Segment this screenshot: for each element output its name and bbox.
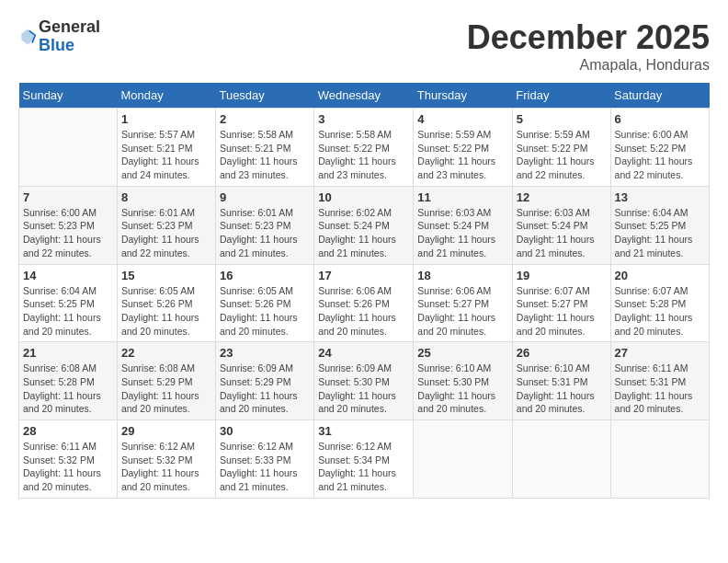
day-number: 9	[220, 190, 310, 204]
day-info: Sunrise: 6:11 AMSunset: 5:32 PMDaylight:…	[23, 440, 113, 494]
day-number: 15	[121, 269, 211, 282]
day-info: Sunrise: 6:04 AMSunset: 5:25 PMDaylight:…	[23, 284, 113, 339]
calendar-cell: 11Sunrise: 6:03 AMSunset: 5:24 PMDayligh…	[414, 186, 512, 264]
calendar-cell: 18Sunrise: 6:06 AMSunset: 5:27 PMDayligh…	[414, 264, 512, 342]
day-info: Sunrise: 5:59 AMSunset: 5:22 PMDaylight:…	[517, 128, 607, 182]
calendar-week-1: 7Sunrise: 6:00 AMSunset: 5:23 PMDaylight…	[19, 186, 710, 264]
calendar-header-row: SundayMondayTuesdayWednesdayThursdayFrid…	[19, 83, 710, 109]
day-header-tuesday: Tuesday	[215, 83, 313, 109]
calendar-cell: 5Sunrise: 5:59 AMSunset: 5:22 PMDaylight…	[512, 109, 610, 187]
day-header-friday: Friday	[512, 83, 610, 109]
day-info: Sunrise: 6:10 AMSunset: 5:30 PMDaylight:…	[417, 362, 507, 416]
day-number: 19	[517, 269, 607, 282]
calendar-cell: 31Sunrise: 6:12 AMSunset: 5:34 PMDayligh…	[314, 420, 414, 499]
day-number: 11	[417, 190, 507, 204]
day-number: 7	[23, 190, 113, 204]
calendar-cell: 20Sunrise: 6:07 AMSunset: 5:28 PMDayligh…	[610, 264, 709, 342]
day-info: Sunrise: 6:04 AMSunset: 5:25 PMDaylight:…	[615, 206, 705, 260]
day-number: 12	[517, 190, 607, 204]
day-info: Sunrise: 6:03 AMSunset: 5:24 PMDaylight:…	[517, 206, 607, 260]
day-number: 22	[121, 346, 211, 360]
day-number: 17	[318, 269, 409, 282]
calendar-cell: 30Sunrise: 6:12 AMSunset: 5:33 PMDayligh…	[215, 420, 313, 499]
day-info: Sunrise: 6:02 AMSunset: 5:24 PMDaylight:…	[318, 206, 409, 260]
day-number: 31	[318, 424, 409, 438]
day-number: 29	[121, 424, 211, 438]
calendar-cell: 14Sunrise: 6:04 AMSunset: 5:25 PMDayligh…	[19, 264, 118, 342]
day-number: 8	[121, 190, 211, 204]
day-info: Sunrise: 6:05 AMSunset: 5:26 PMDaylight:…	[220, 284, 310, 339]
day-info: Sunrise: 6:12 AMSunset: 5:32 PMDaylight:…	[121, 440, 211, 494]
day-number: 14	[23, 269, 113, 282]
logo-icon	[18, 28, 37, 46]
calendar-week-3: 21Sunrise: 6:08 AMSunset: 5:28 PMDayligh…	[19, 342, 710, 420]
calendar-cell: 21Sunrise: 6:08 AMSunset: 5:28 PMDayligh…	[19, 342, 118, 420]
day-info: Sunrise: 6:00 AMSunset: 5:23 PMDaylight:…	[23, 206, 113, 260]
day-number: 25	[417, 346, 507, 360]
title-block: December 2025 Amapala, Honduras	[467, 18, 710, 74]
day-number: 16	[220, 269, 310, 282]
location: Amapala, Honduras	[467, 57, 710, 74]
calendar-cell: 2Sunrise: 5:58 AMSunset: 5:21 PMDaylight…	[215, 109, 313, 187]
day-header-sunday: Sunday	[19, 83, 118, 109]
day-info: Sunrise: 6:07 AMSunset: 5:28 PMDaylight:…	[615, 284, 705, 339]
logo-general: General	[39, 18, 100, 37]
day-info: Sunrise: 6:05 AMSunset: 5:26 PMDaylight:…	[121, 284, 211, 339]
day-number: 21	[23, 346, 113, 360]
calendar-cell: 28Sunrise: 6:11 AMSunset: 5:32 PMDayligh…	[19, 420, 118, 499]
day-header-thursday: Thursday	[414, 83, 512, 109]
calendar-cell: 22Sunrise: 6:08 AMSunset: 5:29 PMDayligh…	[117, 342, 215, 420]
day-info: Sunrise: 6:10 AMSunset: 5:31 PMDaylight:…	[517, 362, 607, 416]
day-number: 6	[615, 112, 705, 126]
day-info: Sunrise: 6:06 AMSunset: 5:26 PMDaylight:…	[318, 284, 409, 339]
calendar-cell: 12Sunrise: 6:03 AMSunset: 5:24 PMDayligh…	[512, 186, 610, 264]
day-info: Sunrise: 6:08 AMSunset: 5:28 PMDaylight:…	[23, 362, 113, 416]
calendar-week-2: 14Sunrise: 6:04 AMSunset: 5:25 PMDayligh…	[19, 264, 710, 342]
day-number: 5	[517, 112, 607, 126]
calendar-cell: 15Sunrise: 6:05 AMSunset: 5:26 PMDayligh…	[117, 264, 215, 342]
page-header: General Blue December 2025 Amapala, Hond…	[18, 18, 710, 74]
calendar-cell: 16Sunrise: 6:05 AMSunset: 5:26 PMDayligh…	[215, 264, 313, 342]
day-number: 4	[417, 112, 507, 126]
calendar-cell	[610, 420, 709, 499]
calendar-cell	[512, 420, 610, 499]
calendar-cell: 27Sunrise: 6:11 AMSunset: 5:31 PMDayligh…	[610, 342, 709, 420]
calendar-cell	[19, 109, 118, 187]
day-info: Sunrise: 6:07 AMSunset: 5:27 PMDaylight:…	[517, 284, 607, 339]
day-number: 30	[220, 424, 310, 438]
day-number: 13	[615, 190, 705, 204]
day-info: Sunrise: 5:58 AMSunset: 5:21 PMDaylight:…	[220, 128, 310, 182]
day-info: Sunrise: 6:12 AMSunset: 5:33 PMDaylight:…	[220, 440, 310, 494]
day-number: 27	[615, 346, 705, 360]
logo-text: General Blue	[39, 18, 100, 55]
calendar-cell: 4Sunrise: 5:59 AMSunset: 5:22 PMDaylight…	[414, 109, 512, 187]
calendar-cell	[414, 420, 512, 499]
calendar-cell: 26Sunrise: 6:10 AMSunset: 5:31 PMDayligh…	[512, 342, 610, 420]
calendar-table: SundayMondayTuesdayWednesdayThursdayFrid…	[18, 83, 710, 499]
day-number: 1	[121, 112, 211, 126]
day-number: 2	[220, 112, 310, 126]
logo-blue: Blue	[39, 37, 100, 55]
day-info: Sunrise: 6:03 AMSunset: 5:24 PMDaylight:…	[417, 206, 507, 260]
day-info: Sunrise: 6:01 AMSunset: 5:23 PMDaylight:…	[220, 206, 310, 260]
calendar-cell: 13Sunrise: 6:04 AMSunset: 5:25 PMDayligh…	[610, 186, 709, 264]
day-number: 23	[220, 346, 310, 360]
calendar-cell: 6Sunrise: 6:00 AMSunset: 5:22 PMDaylight…	[610, 109, 709, 187]
day-number: 20	[615, 269, 705, 282]
day-info: Sunrise: 6:12 AMSunset: 5:34 PMDaylight:…	[318, 440, 409, 494]
day-number: 26	[517, 346, 607, 360]
calendar-cell: 10Sunrise: 6:02 AMSunset: 5:24 PMDayligh…	[314, 186, 414, 264]
day-info: Sunrise: 5:58 AMSunset: 5:22 PMDaylight:…	[318, 128, 409, 182]
day-info: Sunrise: 6:09 AMSunset: 5:29 PMDaylight:…	[220, 362, 310, 416]
day-number: 3	[318, 112, 409, 126]
calendar-cell: 23Sunrise: 6:09 AMSunset: 5:29 PMDayligh…	[215, 342, 313, 420]
calendar-cell: 9Sunrise: 6:01 AMSunset: 5:23 PMDaylight…	[215, 186, 313, 264]
logo: General Blue	[18, 18, 100, 55]
day-header-monday: Monday	[117, 83, 215, 109]
day-info: Sunrise: 6:00 AMSunset: 5:22 PMDaylight:…	[615, 128, 705, 182]
calendar-cell: 25Sunrise: 6:10 AMSunset: 5:30 PMDayligh…	[414, 342, 512, 420]
day-info: Sunrise: 6:09 AMSunset: 5:30 PMDaylight:…	[318, 362, 409, 416]
calendar-week-0: 1Sunrise: 5:57 AMSunset: 5:21 PMDaylight…	[19, 109, 710, 187]
day-info: Sunrise: 6:08 AMSunset: 5:29 PMDaylight:…	[121, 362, 211, 416]
day-info: Sunrise: 6:06 AMSunset: 5:27 PMDaylight:…	[417, 284, 507, 339]
